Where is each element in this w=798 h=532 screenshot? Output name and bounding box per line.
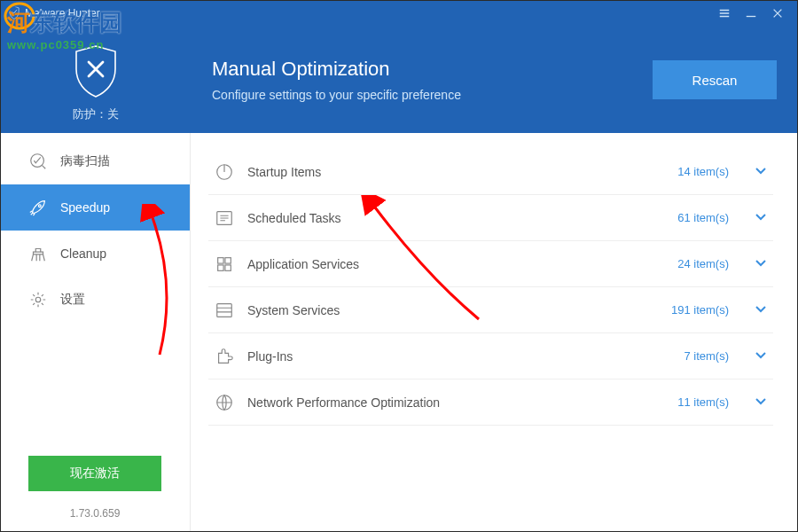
titlebar: Malware Hunter xyxy=(0,0,798,27)
header: 防护：关 Manual Optimization Configure setti… xyxy=(0,27,798,133)
row-label: Application Services xyxy=(247,257,677,271)
power-icon xyxy=(214,161,235,183)
gear-icon xyxy=(28,290,48,309)
activate-button[interactable]: 现在激活 xyxy=(28,456,161,491)
page-subtitle: Configure settings to your specific pref… xyxy=(212,88,653,102)
sidebar-item-label: 设置 xyxy=(60,292,85,308)
rescan-button[interactable]: Rescan xyxy=(653,60,777,99)
lines-icon xyxy=(214,300,235,321)
sidebar-item-settings[interactable]: 设置 xyxy=(0,277,190,323)
chevron-down-icon xyxy=(754,394,768,411)
main-list: Startup Items 14 item(s) Scheduled Tasks… xyxy=(191,133,798,532)
sidebar-item-speedup[interactable]: Speedup xyxy=(0,184,190,231)
chevron-down-icon xyxy=(754,301,768,319)
broom-icon xyxy=(28,244,48,263)
list-icon xyxy=(214,207,235,229)
row-network-optimization[interactable]: Network Performance Optimization 11 item… xyxy=(208,379,773,426)
sidebar-item-label: 病毒扫描 xyxy=(60,153,110,169)
row-count: 14 item(s) xyxy=(677,165,729,178)
row-count: 11 item(s) xyxy=(677,395,729,409)
svg-rect-9 xyxy=(217,303,232,317)
logo-shield-icon xyxy=(7,5,21,22)
minimize-button[interactable] xyxy=(738,0,764,27)
version-label: 1.73.0.659 xyxy=(0,507,190,520)
shield-x-icon xyxy=(71,43,121,99)
row-label: Plug-Ins xyxy=(247,349,684,364)
sidebar-item-scan[interactable]: 病毒扫描 xyxy=(0,138,190,184)
page-title: Manual Optimization xyxy=(212,58,653,81)
row-system-services[interactable]: System Services 191 item(s) xyxy=(208,287,773,333)
menu-button[interactable] xyxy=(711,0,738,27)
close-button[interactable] xyxy=(764,0,791,27)
app-logo: Malware Hunter xyxy=(7,5,100,22)
protection-status: 防护：关 xyxy=(73,106,119,122)
row-application-services[interactable]: Application Services 24 item(s) xyxy=(208,241,773,287)
content: 病毒扫描 Speedup Cleanup 设置 现在 xyxy=(0,133,798,532)
row-label: Scheduled Tasks xyxy=(247,211,677,225)
row-startup-items[interactable]: Startup Items 14 item(s) xyxy=(208,149,773,195)
app-title: Malware Hunter xyxy=(25,7,100,20)
sidebar: 病毒扫描 Speedup Cleanup 设置 现在 xyxy=(0,133,191,532)
chevron-down-icon xyxy=(754,255,768,273)
svg-point-2 xyxy=(35,297,41,302)
row-count: 61 item(s) xyxy=(677,211,729,224)
svg-point-1 xyxy=(38,205,41,207)
header-shield-area: 防护：关 xyxy=(0,27,191,133)
globe-icon xyxy=(214,392,235,413)
chevron-down-icon xyxy=(754,163,768,181)
row-label: Startup Items xyxy=(247,165,677,179)
svg-rect-8 xyxy=(225,264,231,270)
chevron-down-icon xyxy=(754,348,768,365)
sidebar-item-cleanup[interactable]: Cleanup xyxy=(0,231,190,277)
chevron-down-icon xyxy=(754,209,768,227)
svg-rect-5 xyxy=(218,257,223,262)
svg-rect-6 xyxy=(225,257,231,262)
row-label: System Services xyxy=(247,303,671,317)
sidebar-item-label: Cleanup xyxy=(60,246,106,261)
puzzle-icon xyxy=(214,346,235,367)
row-plug-ins[interactable]: Plug-Ins 7 item(s) xyxy=(208,333,773,379)
row-count: 191 item(s) xyxy=(671,303,729,317)
grid-icon xyxy=(214,254,235,275)
rocket-icon xyxy=(28,198,48,217)
row-label: Network Performance Optimization xyxy=(247,395,677,410)
row-scheduled-tasks[interactable]: Scheduled Tasks 61 item(s) xyxy=(208,195,773,241)
svg-rect-7 xyxy=(218,264,223,270)
scan-icon xyxy=(28,152,48,171)
header-text: Manual Optimization Configure settings t… xyxy=(191,27,653,133)
sidebar-item-label: Speedup xyxy=(60,200,110,215)
row-count: 7 item(s) xyxy=(684,349,729,363)
row-count: 24 item(s) xyxy=(677,257,729,270)
